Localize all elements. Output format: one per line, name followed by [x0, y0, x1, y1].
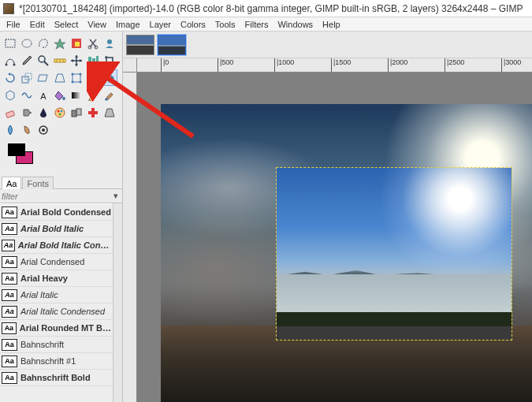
tab-fonts[interactable]: Fonts — [22, 177, 54, 189]
image-tabs — [123, 32, 532, 58]
menu-colors[interactable]: Colors — [176, 19, 210, 30]
tool-color-picker[interactable] — [18, 52, 35, 69]
tool-rect-select[interactable] — [2, 35, 18, 51]
font-item[interactable]: AaArial Bold Italic Condensed — [0, 237, 113, 254]
tool-handle-transform[interactable] — [84, 69, 101, 86]
pasted-layer[interactable] — [277, 168, 512, 340]
tab-aa[interactable]: Aa — [2, 177, 21, 189]
tool-smudge[interactable] — [18, 121, 35, 138]
svg-point-22 — [79, 73, 81, 75]
svg-point-6 — [107, 39, 112, 44]
font-item[interactable]: AaArial Italic Condensed — [0, 303, 113, 320]
tool-eraser[interactable] — [2, 104, 18, 121]
ruler-tick: |2000 — [388, 58, 407, 73]
tool-perspective-clone[interactable] — [101, 104, 117, 121]
tool-bucket-fill[interactable] — [51, 87, 68, 103]
tool-airbrush[interactable] — [18, 104, 35, 121]
menu-layer[interactable]: Layer — [145, 19, 177, 30]
ruler-tick: |1000 — [274, 58, 294, 73]
font-list[interactable]: AaArial Bold CondensedAaArial Bold Itali… — [0, 203, 113, 402]
svg-rect-17 — [96, 56, 99, 65]
tool-paintbrush[interactable] — [101, 87, 117, 103]
tool-heal[interactable] — [84, 104, 101, 121]
tool-free-select[interactable] — [35, 35, 51, 51]
svg-rect-20 — [73, 74, 80, 82]
menu-select[interactable]: Select — [50, 19, 84, 30]
ruler-tick: |1500 — [331, 58, 351, 73]
menu-edit[interactable]: Edit — [25, 19, 50, 30]
font-sample-icon: Aa — [2, 289, 17, 301]
font-item[interactable]: AaArial Bold Condensed — [0, 204, 113, 221]
font-filter-input[interactable] — [2, 192, 111, 201]
tool-clone[interactable] — [68, 104, 84, 121]
window-title: *[20130701_184248] (imported)-14.0 (RGB … — [19, 3, 523, 14]
tool-foreground-select[interactable] — [101, 35, 117, 51]
tool-dodge[interactable] — [35, 121, 51, 138]
tool-warp[interactable] — [18, 87, 35, 103]
tool-blur[interactable] — [2, 121, 18, 138]
tool-fuzzy-select[interactable] — [51, 35, 68, 51]
tool-pencil[interactable] — [84, 87, 101, 103]
menu-file[interactable]: File — [2, 19, 25, 30]
tool-crop[interactable] — [101, 52, 117, 69]
tool-ink[interactable] — [35, 104, 51, 121]
svg-point-7 — [5, 63, 7, 65]
fg-color-swatch[interactable] — [8, 143, 25, 156]
ruler-horizontal[interactable]: |0|500|1000|1500|2000|2500|3000 — [137, 58, 532, 73]
menu-help[interactable]: Help — [318, 19, 345, 30]
font-filter-row: ▾ — [0, 189, 122, 203]
tool-cage[interactable] — [2, 87, 18, 103]
font-item[interactable]: AaArial Heavy — [0, 270, 113, 287]
tool-color-select[interactable] — [68, 35, 84, 51]
canvas[interactable] — [137, 73, 532, 402]
tool-perspective[interactable] — [51, 69, 68, 86]
tool-shear[interactable] — [35, 69, 51, 86]
font-item[interactable]: AaBahnschrift #1 — [0, 353, 113, 370]
tool-flip[interactable] — [101, 69, 117, 86]
svg-point-43 — [42, 128, 45, 132]
font-sample-icon: Aa — [2, 339, 17, 351]
font-item[interactable]: AaArial Bold Italic — [0, 221, 113, 237]
tool-gradient[interactable] — [68, 87, 84, 103]
font-item[interactable]: AaArial Italic — [0, 287, 113, 303]
tool-move[interactable] — [68, 52, 84, 69]
menu-windows[interactable]: Windows — [273, 19, 318, 30]
ruler-vertical[interactable] — [123, 73, 137, 402]
font-filter-dropdown-icon[interactable]: ▾ — [111, 191, 121, 201]
tool-rotate[interactable] — [2, 69, 18, 86]
tool-ellipse-select[interactable] — [18, 35, 35, 51]
tool-measure[interactable] — [51, 52, 68, 69]
svg-rect-15 — [88, 57, 91, 65]
selection-marquee[interactable] — [276, 167, 512, 341]
font-list-scrollbar[interactable] — [113, 203, 122, 402]
tool-align[interactable] — [84, 52, 101, 69]
color-swatches[interactable] — [5, 143, 122, 175]
font-sample-icon: Aa — [2, 273, 17, 285]
tool-paths[interactable] — [2, 52, 18, 69]
tool-mypaint[interactable] — [51, 104, 68, 121]
svg-rect-39 — [76, 109, 81, 115]
titlebar: *[20130701_184248] (imported)-14.0 (RGB … — [0, 0, 532, 17]
svg-point-23 — [71, 80, 73, 83]
menu-view[interactable]: View — [83, 19, 111, 30]
svg-line-10 — [44, 61, 48, 65]
svg-rect-30 — [72, 92, 81, 99]
image-tab-1[interactable] — [158, 35, 186, 55]
svg-point-8 — [13, 63, 15, 65]
font-sample-icon: Aa — [2, 306, 17, 318]
menu-image[interactable]: Image — [111, 19, 145, 30]
font-item[interactable]: AaArial Rounded MT Bold, — [0, 320, 113, 337]
menu-filters[interactable]: Filters — [240, 19, 273, 30]
font-item[interactable]: AaArial Condensed — [0, 254, 113, 270]
image-tab-0[interactable] — [126, 35, 154, 55]
menu-tools[interactable]: Tools — [210, 19, 240, 30]
font-item[interactable]: AaBahnschrift Bold — [0, 370, 113, 386]
tool-scale[interactable] — [18, 69, 35, 86]
tool-unified-transform[interactable] — [68, 69, 84, 86]
toolbox: A — [0, 32, 122, 140]
tool-text[interactable]: A — [35, 87, 51, 103]
tool-scissors[interactable] — [84, 35, 101, 51]
font-item[interactable]: AaBahnschrift — [0, 337, 113, 353]
svg-rect-41 — [88, 111, 98, 114]
tool-zoom[interactable] — [35, 52, 51, 69]
